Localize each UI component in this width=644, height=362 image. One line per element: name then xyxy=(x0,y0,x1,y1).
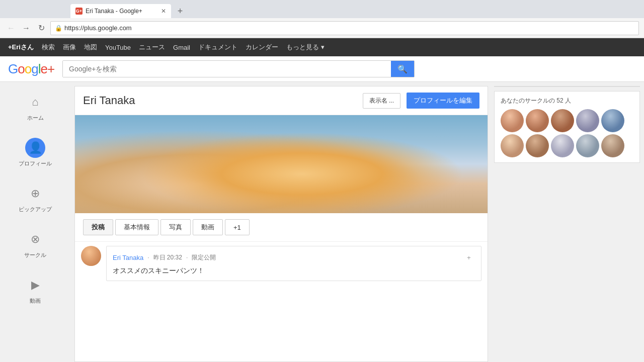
logo-g: G xyxy=(8,61,18,76)
logo-g2: g xyxy=(31,61,38,76)
sidebar-item-video[interactable]: ▶ 動画 xyxy=(0,273,70,307)
back-button[interactable]: ← xyxy=(5,22,17,34)
nav-link-gmail[interactable]: Gmail xyxy=(173,44,190,51)
profile-icon: 👤 xyxy=(29,141,42,154)
url-text: https://plus.google.com xyxy=(64,24,132,32)
pickup-icon: ⊕ xyxy=(31,187,40,200)
pickup-icon-wrap: ⊕ xyxy=(25,184,45,204)
circles-icon: ⊗ xyxy=(31,233,40,246)
circle-avatar-1[interactable] xyxy=(501,109,524,132)
circle-avatar-7[interactable] xyxy=(526,134,549,157)
nav-profile-link[interactable]: +Eriさん xyxy=(8,43,34,52)
post-meta: Eri Tanaka · 昨日 20:32 · 限定公開 + xyxy=(113,251,475,263)
video-icon-wrap: ▶ xyxy=(25,275,45,295)
circle-avatar-3[interactable] xyxy=(551,109,574,132)
circles-icon-wrap: ⊗ xyxy=(25,229,45,249)
profile-main: Eri Tanaka 表示名 ... プロフィールを編集 投稿 基本情報 写真 … xyxy=(74,86,488,362)
circles-title: あなたのサークルの 52 人 xyxy=(501,97,633,105)
tab-info[interactable]: 基本情報 xyxy=(115,219,158,235)
circle-avatar-6[interactable] xyxy=(501,134,524,157)
address-bar[interactable]: 🔒 https://plus.google.com xyxy=(50,21,639,35)
sidebar-item-circles[interactable]: ⊗ サークル xyxy=(0,227,70,261)
ssl-icon: 🔒 xyxy=(55,25,62,32)
circle-avatar-5[interactable] xyxy=(601,109,624,132)
nav-link-images[interactable]: 画像 xyxy=(63,43,76,52)
nav-link-news[interactable]: ニュース xyxy=(139,43,165,52)
logo-e: e xyxy=(40,61,47,76)
nav-link-more[interactable]: もっと見る ▾ xyxy=(286,43,325,52)
post-content: Eri Tanaka · 昨日 20:32 · 限定公開 + オススメのスキニー… xyxy=(106,246,481,281)
circle-avatar-8[interactable] xyxy=(551,134,574,157)
gplus-header: Google+ 🔍 xyxy=(0,56,644,82)
post-author[interactable]: Eri Tanaka xyxy=(113,254,143,261)
browser-titlebar: G+ Eri Tanaka - Google+ ✕ + xyxy=(0,0,644,18)
tab-plusone[interactable]: +1 xyxy=(225,219,250,235)
gplus-navbar: +Eriさん 検索 画像 地図 YouTube ニュース Gmail ドキュメン… xyxy=(0,38,644,56)
tab-videos[interactable]: 動画 xyxy=(193,219,223,235)
nav-link-maps[interactable]: 地図 xyxy=(84,43,97,52)
post-visibility: 限定公開 xyxy=(192,253,216,262)
profile-icon-wrap: 👤 xyxy=(25,138,45,158)
profile-area: Eri Tanaka 表示名 ... プロフィールを編集 投稿 基本情報 写真 … xyxy=(70,82,644,362)
gplus-search-input[interactable] xyxy=(63,61,391,77)
video-icon: ▶ xyxy=(31,279,40,292)
sidebar: ⌂ ホーム 👤 プロフィール ⊕ ピックアップ xyxy=(0,82,70,362)
profile-right: あなたのサークルの 52 人 xyxy=(494,86,640,362)
tab-favicon: G+ xyxy=(75,8,83,15)
profile-name: Eri Tanaka xyxy=(83,94,357,107)
sidebar-label-circles: サークル xyxy=(24,251,46,259)
profile-header: Eri Tanaka 表示名 ... プロフィールを編集 xyxy=(75,86,488,115)
profile-tabs: 投稿 基本情報 写真 動画 +1 xyxy=(75,213,488,242)
circles-grid xyxy=(501,109,633,157)
circles-card: あなたのサークルの 52 人 xyxy=(494,91,640,163)
post-avatar xyxy=(81,246,101,266)
sidebar-label-profile: プロフィール xyxy=(19,160,52,167)
display-name-button[interactable]: 表示名 ... xyxy=(363,93,400,109)
edit-profile-button[interactable]: プロフィールを編集 xyxy=(407,93,479,109)
gplus-content: Google+ 🔍 ⌂ ホーム 👤 xyxy=(0,56,644,362)
post-time: 昨日 20:32 xyxy=(153,253,182,262)
sidebar-label-video: 動画 xyxy=(30,297,41,305)
post-action-button[interactable]: + xyxy=(463,251,475,263)
tab-title: Eri Tanaka - Google+ xyxy=(86,8,142,15)
post-separator1: · xyxy=(147,254,149,261)
browser-tab[interactable]: G+ Eri Tanaka - Google+ ✕ xyxy=(70,4,171,18)
sidebar-label-home: ホーム xyxy=(27,114,44,122)
circle-avatar-9[interactable] xyxy=(576,134,599,157)
cover-photo xyxy=(75,115,488,213)
logo-plus: + xyxy=(47,61,54,76)
browser-frame: G+ Eri Tanaka - Google+ ✕ + ← → ↻ 🔒 http… xyxy=(0,0,644,362)
profile-photo-card xyxy=(494,86,640,87)
tab-photos[interactable]: 写真 xyxy=(160,219,191,235)
post-text: オススメのスキニーパンツ！ xyxy=(113,266,475,276)
tab-close-button[interactable]: ✕ xyxy=(161,8,166,15)
forward-button[interactable]: → xyxy=(20,22,32,34)
gplus-logo: Google+ xyxy=(8,61,54,77)
nav-link-search[interactable]: 検索 xyxy=(42,43,55,52)
gplus-search-bar[interactable]: 🔍 xyxy=(62,60,415,77)
new-tab-button[interactable]: + xyxy=(173,4,187,18)
nav-link-youtube[interactable]: YouTube xyxy=(105,44,131,51)
sidebar-item-home[interactable]: ⌂ ホーム xyxy=(0,90,70,124)
nav-link-calendar[interactable]: カレンダー xyxy=(246,43,278,52)
sidebar-label-pickup: ピックアップ xyxy=(19,206,52,213)
circle-avatar-10[interactable] xyxy=(601,134,624,157)
cover-photo-inner xyxy=(75,115,488,213)
home-icon-wrap: ⌂ xyxy=(25,92,45,112)
circle-avatar-2[interactable] xyxy=(526,109,549,132)
sidebar-item-pickup[interactable]: ⊕ ピックアップ xyxy=(0,182,70,215)
nav-link-docs[interactable]: ドキュメント xyxy=(198,43,237,52)
gplus-main: ⌂ ホーム 👤 プロフィール ⊕ ピックアップ xyxy=(0,82,644,362)
home-icon: ⌂ xyxy=(32,96,38,109)
post-area: Eri Tanaka · 昨日 20:32 · 限定公開 + オススメのスキニー… xyxy=(75,242,488,285)
tab-posts[interactable]: 投稿 xyxy=(83,219,113,235)
browser-toolbar: ← → ↻ 🔒 https://plus.google.com xyxy=(0,18,644,38)
circle-avatar-4[interactable] xyxy=(576,109,599,132)
gplus-search-button[interactable]: 🔍 xyxy=(391,61,414,77)
logo-o2: o xyxy=(25,61,31,76)
post-separator2: · xyxy=(186,254,188,261)
refresh-button[interactable]: ↻ xyxy=(35,22,47,34)
logo-o1: o xyxy=(18,61,24,76)
sidebar-item-profile[interactable]: 👤 プロフィール xyxy=(0,136,70,169)
